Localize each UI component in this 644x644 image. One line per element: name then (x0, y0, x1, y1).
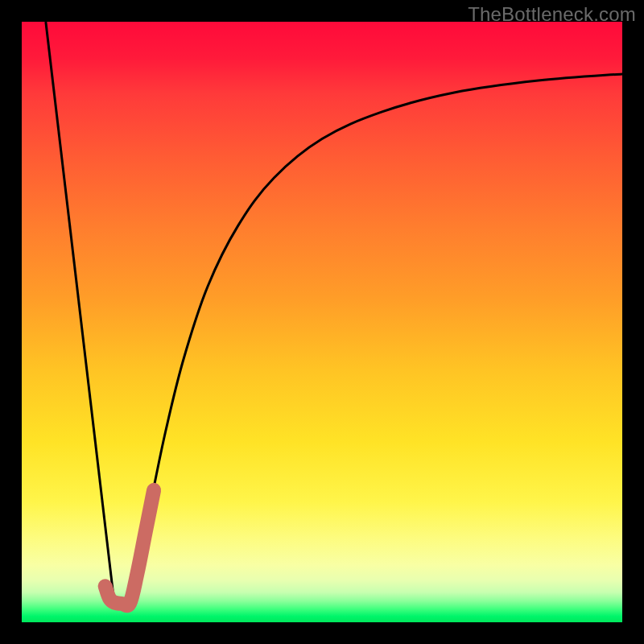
series-left-descent (46, 22, 114, 602)
series-right-curve (130, 74, 622, 605)
watermark-text: TheBottleneck.com (468, 3, 636, 26)
series-highlight-hook (105, 490, 154, 605)
chart-frame: TheBottleneck.com (0, 0, 644, 644)
chart-svg (22, 22, 622, 622)
plot-area (22, 22, 622, 622)
